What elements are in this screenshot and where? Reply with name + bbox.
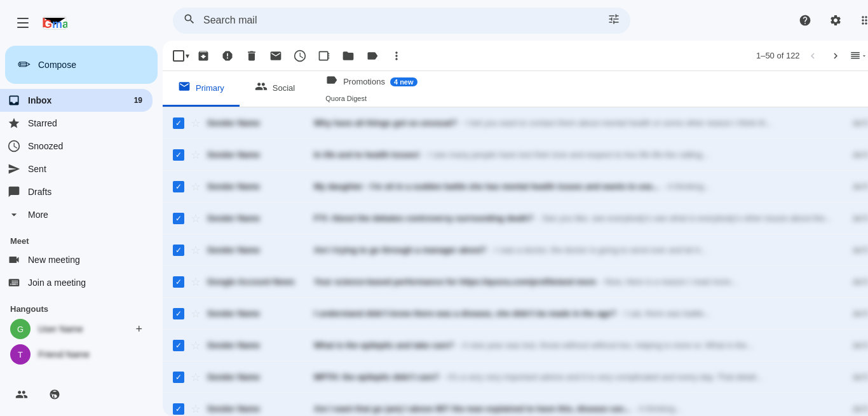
- mark-unread-button[interactable]: [264, 44, 287, 67]
- email-checkbox[interactable]: [173, 403, 184, 415]
- email-checkbox[interactable]: [173, 149, 184, 161]
- hangout-user-1[interactable]: G User Name +: [0, 316, 153, 342]
- hangout-user-2[interactable]: T Friend Name: [0, 342, 153, 367]
- email-checkbox[interactable]: [173, 372, 184, 383]
- add-hangout-icon[interactable]: +: [135, 323, 142, 336]
- email-subject: My daughter - I'm sit in a sudden battle…: [314, 182, 659, 191]
- topbar: G: [163, 0, 868, 41]
- email-row[interactable]: ☆ Google Account News Your science-based…: [163, 266, 868, 298]
- search-box[interactable]: [173, 8, 630, 34]
- nav-item-more[interactable]: More: [0, 203, 153, 226]
- email-row[interactable]: ☆ Sender Name Am I want that go (am) I a…: [163, 393, 868, 416]
- email-checkbox[interactable]: [173, 213, 184, 224]
- star-button[interactable]: ☆: [189, 212, 202, 225]
- star-button[interactable]: ☆: [189, 339, 202, 352]
- archive-button[interactable]: [192, 44, 215, 67]
- star-button[interactable]: ☆: [189, 180, 202, 193]
- star-button[interactable]: ☆: [189, 149, 202, 161]
- search-input[interactable]: [203, 15, 600, 26]
- density-button[interactable]: [848, 46, 868, 66]
- star-button[interactable]: ☆: [189, 403, 202, 415]
- tab-primary[interactable]: Primary: [163, 71, 240, 107]
- email-row[interactable]: ☆ Sender Name FYI: About the debates con…: [163, 203, 868, 234]
- email-checkbox[interactable]: [173, 276, 184, 288]
- nav-item-join-meeting[interactable]: Join a meeting: [0, 271, 153, 294]
- star-button[interactable]: ☆: [189, 117, 202, 130]
- main-panel: ▾: [163, 41, 868, 416]
- email-content: In life and to health Issues! - I see ma…: [314, 150, 832, 159]
- keyboard-icon: [8, 276, 20, 289]
- delete-button[interactable]: [240, 44, 263, 67]
- meet-label: Meet: [0, 231, 163, 248]
- star-button[interactable]: ☆: [189, 307, 202, 320]
- email-checkbox[interactable]: [173, 340, 184, 351]
- email-checkbox[interactable]: [173, 117, 184, 129]
- star-button[interactable]: ☆: [189, 371, 202, 384]
- email-row[interactable]: ☆ Sender Name I understand didn't know t…: [163, 298, 868, 330]
- email-checkbox[interactable]: [173, 308, 184, 319]
- advanced-search-icon[interactable]: [607, 13, 620, 29]
- email-content: Am I want that go (am) I above 80? the m…: [314, 404, 832, 413]
- promotions-subtitle: Quora Digest: [325, 95, 367, 102]
- sidebar-bottom: [0, 378, 163, 411]
- nav-item-inbox[interactable]: Inbox 19: [0, 89, 153, 112]
- compose-button[interactable]: ✏ Compose: [5, 46, 158, 84]
- email-row[interactable]: ☆ Sender Name What is the epileptic and …: [163, 330, 868, 361]
- email-row[interactable]: ☆ Sender Name My daughter - I'm sit in a…: [163, 171, 868, 203]
- nav-item-sent[interactable]: Sent: [0, 158, 153, 180]
- snooze-button[interactable]: [288, 44, 311, 67]
- mask-icon[interactable]: [43, 383, 66, 406]
- email-toolbar: ▾: [163, 41, 868, 71]
- email-time: Jul 5: [837, 246, 868, 255]
- drafts-label: Drafts: [28, 187, 142, 197]
- hamburger-menu[interactable]: [10, 10, 36, 36]
- email-subject: Your science-based performance for https…: [314, 277, 596, 286]
- nav-item-drafts[interactable]: Drafts: [0, 180, 153, 203]
- people-icon[interactable]: [10, 383, 33, 406]
- nav-item-snoozed[interactable]: Snoozed: [0, 135, 153, 158]
- compose-plus-icon: ✏: [18, 56, 31, 74]
- drafts-icon: [8, 185, 20, 198]
- main-nav: Inbox 19 Starred Snoozed Sent: [0, 89, 163, 226]
- email-snippet: - It's a very very important advice and …: [443, 372, 763, 382]
- email-snippet: - I see many people have lost their love…: [424, 150, 709, 159]
- move-to-button[interactable]: [337, 44, 360, 67]
- email-checkbox[interactable]: [173, 245, 184, 256]
- email-snippet: - A thinking...: [634, 404, 681, 413]
- prev-page-button[interactable]: [803, 46, 823, 66]
- tab-social[interactable]: Social: [240, 71, 310, 107]
- email-subject: Why have all things got so unusual?: [314, 118, 457, 128]
- email-row[interactable]: ☆ Sender Name MPTH: the epileptic didn't…: [163, 361, 868, 393]
- gmail-logo[interactable]: Gmail: [42, 14, 67, 32]
- report-button[interactable]: [216, 44, 239, 67]
- email-sender: Sender Name: [207, 404, 309, 413]
- star-button[interactable]: ☆: [189, 276, 202, 288]
- apps-icon[interactable]: [853, 8, 868, 33]
- settings-icon[interactable]: [823, 8, 848, 33]
- add-task-button[interactable]: [313, 44, 336, 67]
- select-dropdown-arrow[interactable]: ▾: [184, 50, 191, 62]
- next-page-button[interactable]: [825, 46, 846, 66]
- select-all-checkbox[interactable]: ▾: [173, 50, 191, 62]
- email-row[interactable]: ☆ Sender Name In life and to health Issu…: [163, 139, 868, 171]
- hangouts-section: Hangouts G User Name + T Friend Name: [0, 299, 163, 367]
- email-subject: In life and to health Issues!: [314, 150, 420, 159]
- checkbox-control[interactable]: [173, 50, 184, 62]
- pagination-text: 1–50 of 122: [756, 51, 800, 60]
- email-subject: Am I want that go (am) I above 80? the m…: [314, 404, 630, 413]
- labels-button[interactable]: [361, 44, 384, 67]
- email-subject: I understand didn't know there was a dis…: [314, 309, 616, 318]
- email-row[interactable]: ☆ Sender Name Why have all things got so…: [163, 107, 868, 139]
- nav-item-starred[interactable]: Starred: [0, 112, 153, 135]
- email-checkbox[interactable]: [173, 181, 184, 192]
- nav-item-new-meeting[interactable]: New meeting: [0, 248, 153, 271]
- inbox-tabs: Primary Social Promotions: [163, 71, 868, 107]
- help-icon[interactable]: [792, 8, 818, 33]
- more-label: More: [28, 210, 142, 220]
- more-options-button[interactable]: [385, 44, 408, 67]
- email-subject: FYI: About the debates controversy surro…: [314, 213, 534, 223]
- tab-promotions[interactable]: Promotions 4 new Quora Digest: [310, 71, 432, 107]
- email-row[interactable]: ☆ Sender Name Am I trying to go through …: [163, 234, 868, 266]
- hangout-avatar-2: T: [10, 344, 31, 365]
- star-button[interactable]: ☆: [189, 244, 202, 257]
